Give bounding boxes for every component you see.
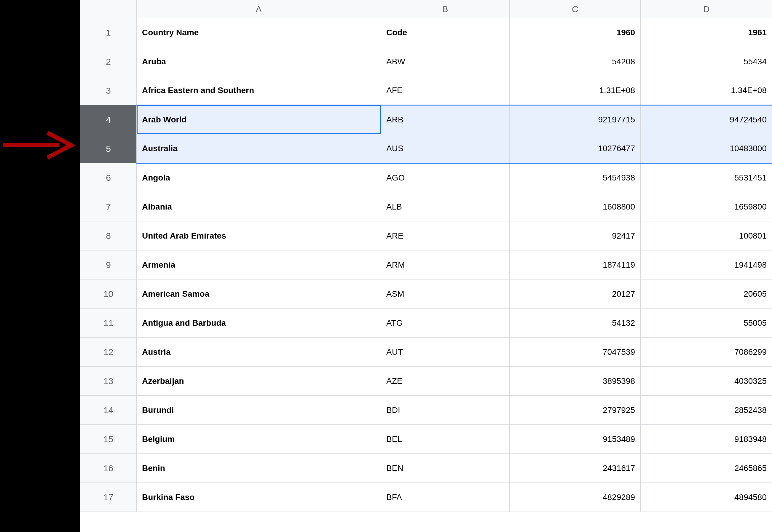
cell-C15[interactable]: 9153489 [510,425,641,454]
row-header[interactable]: 9 [80,250,137,279]
cell-B16[interactable]: BEN [381,454,510,483]
cell-B5[interactable]: AUS [381,134,510,163]
cell-B17[interactable]: BFA [381,483,510,512]
cell-D4[interactable]: 94724540 [641,105,772,134]
cell-D6[interactable]: 5531451 [641,163,772,192]
cell-B9[interactable]: ARM [381,250,510,279]
table-row[interactable]: 5AustraliaAUS1027647710483000 [80,134,772,163]
cell-D14[interactable]: 2852438 [641,396,772,425]
cell-D8[interactable]: 100801 [641,221,772,250]
row-header[interactable]: 3 [80,76,137,105]
cell-D15[interactable]: 9183948 [641,425,772,454]
cell-B8[interactable]: ARE [381,221,510,250]
cell-A3[interactable]: Africa Eastern and Southern [137,76,381,105]
cell-C12[interactable]: 7047539 [510,338,641,367]
row-header[interactable]: 13 [80,367,137,396]
cell-D2[interactable]: 55434 [641,47,772,76]
cell-C10[interactable]: 20127 [510,279,641,309]
cell-C3[interactable]: 1.31E+08 [510,76,641,105]
table-row[interactable]: 2ArubaABW5420855434 [80,47,772,76]
cell-A16[interactable]: Benin [137,454,381,483]
table-row[interactable]: 11Antigua and BarbudaATG5413255005 [80,309,772,338]
cell-B12[interactable]: AUT [381,338,510,367]
cell-C14[interactable]: 2797925 [510,396,641,425]
cell-D10[interactable]: 20605 [641,279,772,309]
cell-D16[interactable]: 2465865 [641,454,772,483]
column-header-c[interactable]: C [510,0,641,18]
cell-B14[interactable]: BDI [381,396,510,425]
cell-B13[interactable]: AZE [381,367,510,396]
row-header[interactable]: 15 [80,425,137,454]
table-row[interactable]: 10American SamoaASM2012720605 [80,279,772,309]
row-header[interactable]: 11 [80,309,137,338]
cell-B6[interactable]: AGO [381,163,510,192]
cell-A11[interactable]: Antigua and Barbuda [137,309,381,338]
select-all-corner[interactable] [80,0,137,18]
table-row[interactable]: 6AngolaAGO54549385531451 [80,163,772,192]
table-row[interactable]: 7AlbaniaALB16088001659800 [80,192,772,221]
cell-C17[interactable]: 4829289 [510,483,641,512]
table-row[interactable]: 12AustriaAUT70475397086299 [80,338,772,367]
row-header[interactable]: 14 [80,396,137,425]
cell-A13[interactable]: Azerbaijan [137,367,381,396]
cell-B10[interactable]: ASM [381,279,510,309]
cell-A14[interactable]: Burundi [137,396,381,425]
cell-A4[interactable]: Arab World [137,105,381,134]
cell-A15[interactable]: Belgium [137,425,381,454]
row-header[interactable]: 2 [80,47,137,76]
cell-C2[interactable]: 54208 [510,47,641,76]
row-header[interactable]: 8 [80,221,137,250]
cell-C9[interactable]: 1874119 [510,250,641,279]
cell-C4[interactable]: 92197715 [510,105,641,134]
cell-C1[interactable]: 1960 [510,18,641,47]
row-header[interactable]: 1 [80,18,137,47]
table-row[interactable]: 15BelgiumBEL91534899183948 [80,425,772,454]
row-header[interactable]: 5 [80,134,137,163]
cell-C7[interactable]: 1608800 [510,192,641,221]
cell-D9[interactable]: 1941498 [641,250,772,279]
row-header[interactable]: 17 [80,483,137,512]
table-row[interactable]: 3Africa Eastern and SouthernAFE1.31E+081… [80,76,772,105]
cell-C11[interactable]: 54132 [510,309,641,338]
row-header[interactable]: 10 [80,279,137,309]
table-row[interactable]: 16BeninBEN24316172465865 [80,454,772,483]
column-header-b[interactable]: B [381,0,510,18]
cell-D5[interactable]: 10483000 [641,134,772,163]
cell-B15[interactable]: BEL [381,425,510,454]
cell-C8[interactable]: 92417 [510,221,641,250]
cell-A1[interactable]: Country Name [137,18,381,47]
cell-B4[interactable]: ARB [381,105,510,134]
cell-D7[interactable]: 1659800 [641,192,772,221]
cell-A5[interactable]: Australia [137,134,381,163]
cell-C16[interactable]: 2431617 [510,454,641,483]
cell-C5[interactable]: 10276477 [510,134,641,163]
cell-A2[interactable]: Aruba [137,47,381,76]
table-row[interactable]: 9ArmeniaARM18741191941498 [80,250,772,279]
cell-B2[interactable]: ABW [381,47,510,76]
spreadsheet-grid[interactable]: A B C D 1Country NameCode196019612ArubaA… [80,0,772,512]
cell-B3[interactable]: AFE [381,76,510,105]
row-header[interactable]: 12 [80,338,137,367]
cell-D17[interactable]: 4894580 [641,483,772,512]
cell-A17[interactable]: Burkina Faso [137,483,381,512]
cell-A8[interactable]: United Arab Emirates [137,221,381,250]
column-header-a[interactable]: A [137,0,381,18]
row-header[interactable]: 4 [80,105,137,134]
cell-D12[interactable]: 7086299 [641,338,772,367]
cell-D1[interactable]: 1961 [641,18,772,47]
column-header-d[interactable]: D [641,0,772,18]
cell-C6[interactable]: 5454938 [510,163,641,192]
cell-A7[interactable]: Albania [137,192,381,221]
cell-A6[interactable]: Angola [137,163,381,192]
row-header[interactable]: 6 [80,163,137,192]
table-row[interactable]: 13AzerbaijanAZE38953984030325 [80,367,772,396]
cell-A10[interactable]: American Samoa [137,279,381,309]
table-row[interactable]: 8United Arab EmiratesARE92417100801 [80,221,772,250]
cell-D13[interactable]: 4030325 [641,367,772,396]
cell-A12[interactable]: Austria [137,338,381,367]
table-row[interactable]: 14BurundiBDI27979252852438 [80,396,772,425]
cell-D11[interactable]: 55005 [641,309,772,338]
row-header[interactable]: 16 [80,454,137,483]
row-header[interactable]: 7 [80,192,137,221]
table-row[interactable]: 17Burkina FasoBFA48292894894580 [80,483,772,512]
